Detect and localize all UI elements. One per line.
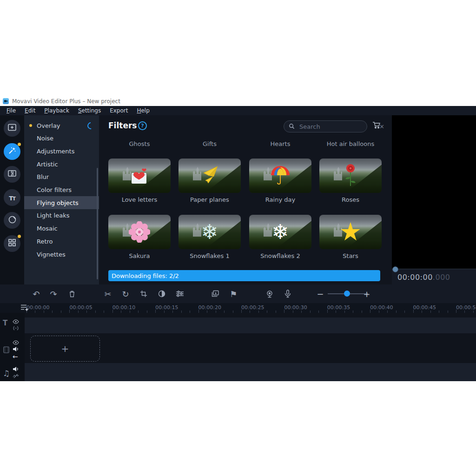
audio-track[interactable] xyxy=(25,363,476,381)
sidebar-item-flying-objects[interactable]: Flying objects xyxy=(24,196,99,209)
delete-icon[interactable] xyxy=(69,284,76,303)
loading-spinner-icon xyxy=(86,120,96,130)
sidebar-item-vignettes[interactable]: Vignettes xyxy=(24,248,99,261)
rail-button-import-media[interactable] xyxy=(4,120,20,137)
redo-icon[interactable]: ↷ xyxy=(50,284,57,303)
filter-thumbnail[interactable]: ❄ xyxy=(249,215,311,249)
audio-waveform-icon[interactable] xyxy=(13,374,19,378)
menu-item-playback[interactable]: Playback xyxy=(44,107,69,114)
rotate-icon[interactable]: ↻ xyxy=(122,284,129,303)
title-link-icon[interactable] xyxy=(13,326,19,331)
rail-button-titles[interactable]: TT xyxy=(4,189,20,206)
ruler-label: 00:00:20 xyxy=(198,304,221,311)
preview-pane: 00:00:00.000 xyxy=(392,115,476,284)
filter-card-snowflakes-1[interactable]: ❄Snowflakes 1 xyxy=(178,215,241,259)
timeline-ruler[interactable]: 00:00:0000:00:0500:00:1000:00:1500:00:20… xyxy=(0,303,476,313)
add-media-placeholder[interactable]: + xyxy=(30,336,100,362)
filter-card-rainy-day[interactable]: Rainy day xyxy=(249,159,311,203)
filter-thumbnail[interactable] xyxy=(108,215,171,249)
sidebar-item-blur[interactable]: Blur xyxy=(24,171,99,184)
filter-thumbnail[interactable] xyxy=(108,159,171,193)
sidebar-item-overlay[interactable]: Overlay xyxy=(24,119,99,132)
video-mute-speaker-icon[interactable] xyxy=(13,346,19,352)
search-input[interactable] xyxy=(298,123,379,131)
audio-mute-speaker-icon[interactable] xyxy=(13,366,19,372)
record-audio-icon[interactable] xyxy=(284,284,291,303)
filter-thumbnail[interactable]: ★ xyxy=(319,215,382,249)
ruler-label: 00:00:40 xyxy=(370,304,393,311)
new-content-dot xyxy=(18,235,21,238)
timeline-tracks: + T ← ♫ xyxy=(0,313,476,381)
zoom-slider-thumb[interactable] xyxy=(344,291,350,297)
category-ghosts[interactable]: Ghosts xyxy=(129,140,150,147)
sticker-icon xyxy=(8,215,17,226)
category-hot-air-balloons[interactable]: Hot air balloons xyxy=(327,140,374,147)
search-icon xyxy=(289,122,295,131)
sidebar-item-artistic[interactable]: Artistic xyxy=(24,158,99,171)
menu-item-file[interactable]: File xyxy=(7,107,16,114)
video-back-arrow-icon[interactable]: ← xyxy=(13,353,18,360)
rail-button-transitions[interactable] xyxy=(4,166,20,183)
seek-handle[interactable] xyxy=(392,266,398,272)
cut-icon[interactable]: ✂ xyxy=(104,284,111,303)
filter-card-love-letters[interactable]: Love letters xyxy=(108,159,171,203)
filter-thumbnail[interactable] xyxy=(178,159,241,193)
properties-sliders-icon[interactable] xyxy=(176,284,184,303)
category-hearts[interactable]: Hearts xyxy=(271,140,291,147)
new-content-dot xyxy=(18,143,21,146)
grid-icon xyxy=(8,238,16,249)
filter-thumbnail[interactable] xyxy=(319,159,382,193)
flag-marker-icon[interactable]: ⚑ xyxy=(230,284,237,303)
rail-button-stickers[interactable] xyxy=(4,212,20,229)
ruler-label: 00:00:35 xyxy=(327,304,350,311)
add-track-icon[interactable] xyxy=(20,304,29,313)
title-visibility-eye-icon[interactable] xyxy=(13,319,19,324)
menu-item-export[interactable]: Export xyxy=(110,107,128,114)
store-cart-icon[interactable] xyxy=(372,121,381,131)
ruler-label: 00:00:50 xyxy=(456,304,476,311)
category-gifts[interactable]: Gifts xyxy=(203,140,217,147)
menu-item-edit[interactable]: Edit xyxy=(25,107,35,114)
split-scenes-icon[interactable] xyxy=(211,284,219,303)
color-adjust-icon[interactable] xyxy=(158,284,165,303)
ruler-label: 00:00:00 xyxy=(26,304,49,311)
transition-icon xyxy=(7,170,17,179)
sidebar-item-mosaic[interactable]: Mosaic xyxy=(24,222,99,235)
ruler-label: 00:00:10 xyxy=(112,304,135,311)
search-box[interactable]: ✕ xyxy=(284,120,367,132)
filter-card-roses[interactable]: Roses xyxy=(319,159,382,203)
paper-plane-icon xyxy=(199,165,220,186)
ruler-tick xyxy=(456,310,456,313)
ruler-tick xyxy=(112,310,113,313)
video-visibility-eye-icon[interactable] xyxy=(13,340,19,345)
filter-thumbnail[interactable] xyxy=(249,159,311,193)
filter-card-paper-planes[interactable]: Paper planes xyxy=(178,159,241,203)
sidebar-scrollbar[interactable] xyxy=(97,168,98,279)
menu-item-help[interactable]: Help xyxy=(137,107,149,114)
sidebar-item-retro[interactable]: Retro xyxy=(24,235,99,248)
filter-label: Stars xyxy=(319,252,382,259)
filter-card-sakura[interactable]: Sakura xyxy=(108,215,171,259)
zoom-in-icon[interactable]: + xyxy=(363,284,370,303)
webcam-icon[interactable] xyxy=(266,284,274,303)
preview-seek-bar[interactable]: 00:00:00.000 xyxy=(392,269,476,284)
video-track-icon xyxy=(3,346,9,353)
video-preview[interactable] xyxy=(392,115,476,269)
sidebar-item-color-filters[interactable]: Color filters xyxy=(24,184,99,197)
title-track-icon: T xyxy=(3,319,7,327)
sidebar-item-noise[interactable]: Noise xyxy=(24,132,99,145)
menu-bar: FileEditPlaybackSettingsExportHelp xyxy=(0,106,476,115)
help-icon[interactable]: ? xyxy=(138,121,147,130)
undo-icon[interactable]: ↶ xyxy=(33,284,40,303)
filter-thumbnail[interactable]: ❄ xyxy=(178,215,241,249)
title-track[interactable] xyxy=(25,317,476,333)
crop-icon[interactable] xyxy=(140,284,147,303)
ruler-label: 00:00:30 xyxy=(284,304,307,311)
menu-item-settings[interactable]: Settings xyxy=(78,107,101,114)
filter-card-stars[interactable]: ★Stars xyxy=(319,215,382,259)
app-logo-icon xyxy=(3,98,9,104)
zoom-out-icon[interactable]: − xyxy=(317,284,324,303)
sidebar-item-light-leaks[interactable]: Light leaks xyxy=(24,209,99,222)
sidebar-item-adjustments[interactable]: Adjustments xyxy=(24,145,99,158)
filter-card-snowflakes-2[interactable]: ❄Snowflakes 2 xyxy=(249,215,311,259)
